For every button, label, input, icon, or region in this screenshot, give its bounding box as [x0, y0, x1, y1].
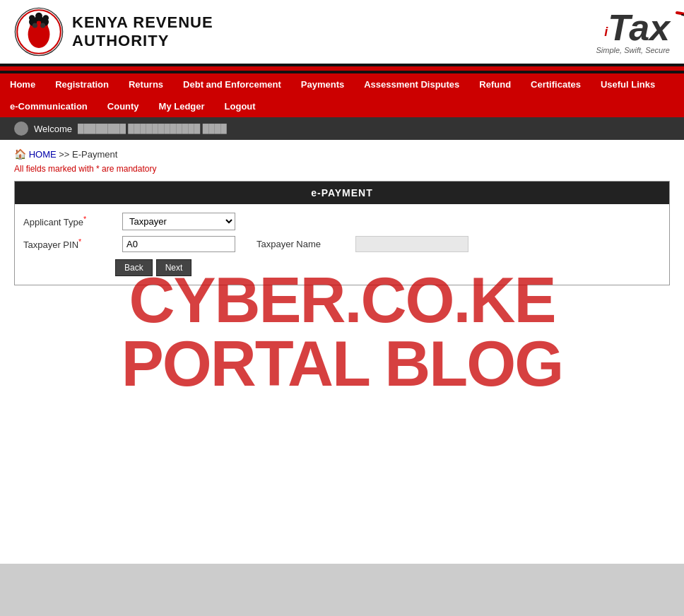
navbar-row1: Home Registration Returns Debt and Enfor…	[0, 73, 684, 95]
applicant-type-select[interactable]: Taxpayer Tax Agent Other	[122, 213, 235, 230]
content-area: 🏠 HOME >> E-Payment All fields marked wi…	[0, 140, 684, 564]
breadcrumb-current: E-Payment	[72, 149, 117, 160]
nav-debt-enforcement[interactable]: Debt and Enforcement	[173, 73, 291, 95]
breadcrumb-home[interactable]: HOME	[29, 149, 57, 160]
welcome-username: ████████ ████████████ ████	[78, 124, 227, 134]
svg-point-11	[33, 23, 37, 28]
svg-point-9	[43, 15, 49, 20]
page-header: Kenya Revenue Authority i Tax Simple, Sw…	[0, 0, 684, 66]
epayment-panel: e-PAYMENT Applicant Type* Taxpayer Tax A…	[14, 181, 670, 285]
nav-home[interactable]: Home	[0, 73, 45, 95]
nav-county[interactable]: County	[98, 95, 149, 117]
welcome-bar: Welcome ████████ ████████████ ████	[0, 117, 684, 140]
taxpayer-pin-input[interactable]	[122, 236, 235, 252]
kra-name: Kenya Revenue Authority	[72, 13, 213, 51]
home-icon: 🏠	[14, 148, 26, 160]
taxpayer-pin-label: Taxpayer PIN*	[23, 237, 115, 250]
svg-point-8	[29, 15, 35, 20]
nav-assessment-disputes[interactable]: Assessment Disputes	[354, 73, 469, 95]
nav-refund[interactable]: Refund	[469, 73, 521, 95]
welcome-text: Welcome	[34, 124, 72, 134]
button-row: Back Next	[23, 259, 661, 276]
navbar-row2: e-Communication County My Ledger Logout	[0, 95, 684, 117]
nav-my-ledger[interactable]: My Ledger	[149, 95, 215, 117]
taxpayer-name-input[interactable]	[355, 236, 468, 252]
mandatory-note: All fields marked with * are mandatory	[14, 164, 670, 174]
kra-logo-icon	[14, 7, 64, 57]
applicant-type-row: Applicant Type* Taxpayer Tax Agent Other	[23, 213, 661, 230]
user-avatar-icon	[14, 122, 28, 136]
itax-brand-text: Tax	[608, 9, 670, 46]
navbar: Home Registration Returns Debt and Enfor…	[0, 73, 684, 117]
nav-logout[interactable]: Logout	[215, 95, 266, 117]
epayment-body: Applicant Type* Taxpayer Tax Agent Other…	[15, 204, 669, 285]
taxpayer-pin-row: Taxpayer PIN* Taxpayer Name	[23, 236, 661, 252]
kra-logo-area: Kenya Revenue Authority	[14, 7, 213, 57]
nav-useful-links[interactable]: Useful Links	[591, 73, 665, 95]
nav-certificates[interactable]: Certificates	[521, 73, 591, 95]
itax-swoosh-icon	[673, 9, 684, 52]
next-button[interactable]: Next	[156, 259, 192, 276]
breadcrumb: 🏠 HOME >> E-Payment	[14, 148, 670, 160]
nav-registration[interactable]: Registration	[45, 73, 119, 95]
epayment-header: e-PAYMENT	[15, 182, 669, 204]
taxpayer-name-label: Taxpayer Name	[256, 239, 348, 249]
svg-point-12	[40, 23, 45, 28]
nav-returns[interactable]: Returns	[119, 73, 173, 95]
nav-payments[interactable]: Payments	[291, 73, 354, 95]
back-button[interactable]: Back	[115, 259, 153, 276]
svg-point-10	[35, 13, 42, 20]
itax-logo-area: i Tax Simple, Swift, Secure	[596, 9, 670, 54]
applicant-type-label: Applicant Type*	[23, 215, 115, 227]
nav-e-communication[interactable]: e-Communication	[0, 95, 98, 117]
breadcrumb-separator: >>	[59, 149, 69, 160]
